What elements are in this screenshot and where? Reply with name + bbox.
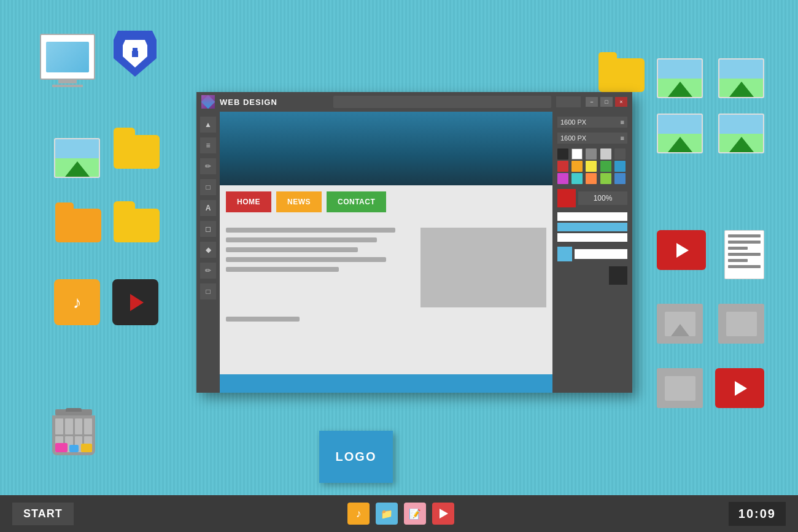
app-search-bar[interactable]	[556, 96, 581, 107]
app-addressbar[interactable]	[333, 96, 551, 108]
app-title: WEB DESIGN	[220, 98, 328, 107]
tool-rect[interactable]: □	[200, 179, 216, 195]
tool-extra[interactable]: □	[200, 283, 216, 299]
nav-btn-home[interactable]: HOME	[226, 191, 271, 212]
desktop-icon-image-gray-1[interactable]	[657, 304, 703, 344]
taskbar-note-icon[interactable]: 📝	[404, 503, 426, 525]
taskbar: START ♪ 📁 📝 10:09	[0, 495, 798, 532]
swatch-lightblue[interactable]	[614, 173, 626, 184]
text-line-1	[226, 228, 395, 233]
swatch-gray[interactable]	[586, 148, 597, 160]
canvas-bottom-line	[226, 317, 300, 322]
desktop-icon-image-mr1[interactable]	[657, 114, 703, 153]
tool-frame[interactable]: ◻	[200, 221, 216, 237]
tool-text[interactable]: A	[200, 200, 216, 216]
desktop-icon-music[interactable]: ♪	[54, 279, 100, 325]
zoom-control: 100%	[557, 189, 627, 207]
tool-select[interactable]: ▲	[200, 117, 216, 133]
app-icon	[201, 95, 215, 109]
swatch-cyan[interactable]	[571, 173, 583, 184]
tool-shape[interactable]: ◆	[200, 242, 216, 258]
nav-btn-news[interactable]: NEWS	[276, 191, 322, 212]
panel-height-icon: ≡	[621, 134, 624, 142]
panel-bars	[557, 212, 627, 242]
canvas-content	[220, 218, 552, 317]
swatch-blue[interactable]	[614, 161, 626, 172]
color-swatches	[557, 148, 627, 184]
desktop-icon-folder-2[interactable]	[114, 209, 160, 242]
taskbar-folder-icon[interactable]: 📁	[376, 503, 398, 525]
nav-btn-contact[interactable]: CONTACT	[327, 191, 386, 212]
taskbar-clock: 10:09	[729, 502, 786, 526]
logo-card[interactable]: LOGO	[319, 431, 393, 483]
swatch-lightorange[interactable]	[586, 173, 597, 184]
swatch-yellow[interactable]	[586, 161, 597, 172]
app-toolbar: ▲ ≡ ✏ □ A ◻ ◆ ✏ □	[196, 112, 220, 393]
tool-align[interactable]: ≡	[200, 137, 216, 153]
close-button[interactable]: ×	[615, 97, 627, 107]
text-line-5	[226, 267, 339, 272]
desktop-icon-image-tr2[interactable]	[718, 58, 764, 98]
desktop-icon-trash[interactable]	[49, 409, 98, 471]
text-line-4	[226, 257, 386, 262]
text-line-3	[226, 247, 358, 252]
zoom-red-indicator[interactable]	[557, 189, 576, 207]
desktop-icon-image-mr2[interactable]	[718, 114, 764, 153]
app-canvas: HOME NEWS CONTACT	[220, 112, 552, 393]
swatch-green[interactable]	[600, 161, 611, 172]
panel-width-icon: ≡	[621, 118, 624, 126]
desktop-icon-play-red-2[interactable]	[715, 368, 764, 408]
app-window: WEB DESIGN − □ × ▲ ≡ ✏ □ A ◻ ◆ ✏ □ HOME …	[196, 92, 632, 393]
app-window-controls: − □ ×	[586, 97, 627, 107]
panel-bar-1[interactable]	[557, 212, 627, 221]
swatch-darkgray[interactable]	[614, 148, 626, 160]
swatch-orange[interactable]	[571, 161, 583, 172]
desktop-icon-play-dark[interactable]	[112, 279, 158, 325]
tool-erase[interactable]: ✏	[200, 263, 216, 279]
panel-accent-sq[interactable]	[557, 247, 572, 261]
canvas-text-block	[226, 228, 414, 307]
swatch-lightgray[interactable]	[600, 148, 611, 160]
desktop-icon-folder-3[interactable]	[55, 209, 101, 242]
panel-height-label: 1600 PX	[560, 134, 586, 142]
taskbar-music-icon[interactable]: ♪	[347, 503, 370, 525]
canvas-nav: HOME NEWS CONTACT	[220, 185, 552, 218]
panel-bar-3[interactable]	[557, 233, 627, 242]
desktop-icon-folder-1[interactable]	[114, 135, 160, 169]
swatch-white[interactable]	[571, 148, 583, 160]
maximize-button[interactable]: □	[600, 97, 613, 107]
desktop-icon-folder-top-right[interactable]	[598, 58, 645, 92]
desktop-icon-play-red-1[interactable]	[657, 230, 706, 270]
desktop-icon-document[interactable]	[724, 230, 764, 279]
taskbar-icons: ♪ 📁 📝	[347, 503, 454, 525]
app-panel-right: 1600 PX ≡ 1600 PX ≡ 10	[552, 112, 632, 393]
panel-width-label: 1600 PX	[560, 118, 586, 126]
desktop-icon-image-1[interactable]	[54, 138, 100, 178]
canvas-image-placeholder	[420, 228, 546, 307]
start-button[interactable]: START	[12, 503, 74, 525]
panel-white-bar[interactable]	[575, 249, 627, 259]
minimize-button[interactable]: −	[586, 97, 598, 107]
panel-bar-2[interactable]	[557, 223, 627, 231]
panel-bottom	[557, 247, 627, 261]
desktop-icon-computer[interactable]	[40, 34, 95, 80]
panel-dark-sq[interactable]	[609, 266, 627, 285]
app-titlebar: WEB DESIGN − □ ×	[196, 92, 632, 112]
tool-pencil[interactable]: ✏	[200, 158, 216, 174]
desktop-icon-shield[interactable]	[114, 31, 157, 77]
canvas-footer	[220, 374, 552, 393]
panel-width-input[interactable]: 1600 PX ≡	[557, 117, 627, 128]
zoom-value[interactable]: 100%	[578, 191, 627, 205]
swatch-purple[interactable]	[557, 173, 568, 184]
swatch-black[interactable]	[557, 148, 568, 160]
canvas-header	[220, 112, 552, 185]
swatch-red[interactable]	[557, 161, 568, 172]
swatch-lightgreen[interactable]	[600, 173, 611, 184]
text-line-2	[226, 237, 377, 242]
desktop-icon-image-gray-2[interactable]	[718, 304, 764, 344]
logo-text: LOGO	[336, 450, 377, 464]
panel-height-input[interactable]: 1600 PX ≡	[557, 133, 627, 144]
desktop-icon-image-gray-3[interactable]	[657, 368, 703, 408]
desktop-icon-image-tr1[interactable]	[657, 58, 703, 98]
taskbar-play-icon[interactable]	[432, 503, 454, 525]
